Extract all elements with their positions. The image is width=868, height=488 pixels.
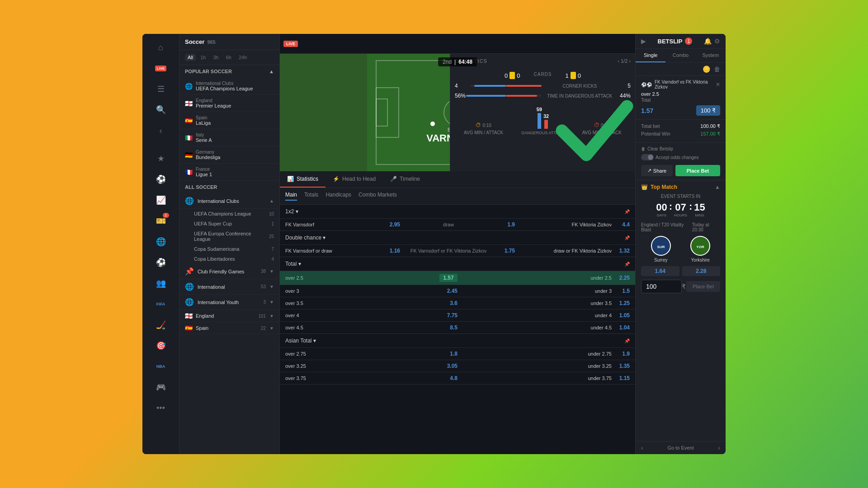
filter-24h[interactable]: 24h [236,54,250,61]
fifa-icon[interactable]: FIFA [152,295,170,313]
over45-odd[interactable]: 8.5 [439,324,458,331]
over4-odd[interactable]: 7.75 [439,312,458,319]
more-icon[interactable]: ••• [152,399,170,417]
popular-league-ligue1[interactable]: 🇫🇷 France Ligue 1 [179,164,279,181]
bet-group-asian-header[interactable]: Asian Total ▾ 📌 [280,334,635,347]
all-league-england[interactable]: 🏴󠁧󠁢󠁥󠁮󠁧󠁿 England 101 ▼ [179,310,279,322]
double1-odd[interactable]: 1.16 [382,248,400,254]
betslip-icon-1[interactable]: 🔔 [704,38,712,45]
under45-odd[interactable]: 1.04 [612,324,630,331]
filter-all[interactable]: All [185,54,196,61]
games-icon[interactable]: 🎮 [152,378,170,396]
favorites-icon[interactable]: ★ [152,150,170,168]
bet-amount-input[interactable] [641,280,682,293]
clear-betslip-btn[interactable]: 🗑 Clear Betslip [641,146,673,151]
play-icon[interactable]: ▶ [641,38,646,45]
bet-tab-main[interactable]: Main [285,192,297,201]
coupon-icon[interactable]: 🎫 2 [152,212,170,230]
surrey-odd[interactable]: 1.64 [641,266,679,276]
sub-champions-league[interactable]: UEFA Champions League 10 [179,209,279,219]
under25-odd[interactable]: 2.25 [612,275,630,281]
betslip-trash-icon[interactable]: 🗑 [714,66,720,73]
bet-mode-combo[interactable]: Combo [665,49,695,62]
asian-under325-odd[interactable]: 1.35 [612,363,630,369]
stats-page-nav[interactable]: ‹ 1/2 › [618,58,631,64]
asian-over375-odd[interactable]: 4.8 [439,375,458,381]
bet-group-total-header[interactable]: Total ▾ 📌 [280,257,635,271]
betslip-coin-icon[interactable]: 🪙 [703,66,710,73]
hockey-icon[interactable]: 🏒 [152,316,170,334]
accept-odds-toggle[interactable] [641,154,654,160]
place-bet-button[interactable]: Place Bet [675,165,720,176]
bet-row-asian275: over 2.75 1.8 under 2.75 1.9 [280,347,635,360]
tab-statistics[interactable]: 📊 Statistics [280,171,326,188]
sub-copa-sudamericana[interactable]: Copa Sudamericana 7 [179,244,279,254]
globe-icon[interactable]: 🌐 [152,233,170,251]
all-league-intl-clubs[interactable]: 🌐 International Clubs ▲ [179,193,279,209]
tab-head2head[interactable]: ⚡ Head to Head [326,171,383,188]
top-match-collapse-btn[interactable]: ▲ [715,184,720,190]
filter-6h[interactable]: 6h [223,54,234,61]
search-icon[interactable]: 🔍 [152,101,170,119]
next-event-arrow[interactable]: › [718,444,720,451]
all-league-international[interactable]: 🌐 International 53 ▼ [179,279,279,295]
popular-league-premier[interactable]: 🏴󠁧󠁢󠁥󠁮󠁧󠁿 England Premier League [179,95,279,112]
asian-under275-odd[interactable]: 1.9 [612,351,630,357]
collapse-icon[interactable]: ‹ [152,122,170,140]
bet-mode-system[interactable]: System [696,49,726,62]
go-to-event-link[interactable]: Go to Event [667,445,693,450]
people-icon[interactable]: 👥 [152,274,170,292]
double-mid-odd[interactable]: 1.75 [497,248,515,254]
all-league-spain[interactable]: 🇪🇸 Spain 22 ▼ [179,322,279,334]
all-league-intl-youth[interactable]: 🌐 International Youth 3 ▼ [179,295,279,310]
sub-copa-libertadores[interactable]: Copa Libertadores 4 [179,254,279,264]
match-timer: 2nd | 64:48 [438,57,477,66]
bet-tab-handicaps[interactable]: Handicaps [326,192,351,201]
team2-odd[interactable]: 4.4 [612,221,630,228]
betslip-icon-2[interactable]: ⚙ [714,38,720,45]
ball-icon[interactable]: ⚽ [152,253,170,272]
team1-odd[interactable]: 2.95 [382,221,400,228]
bet-tab-totals[interactable]: Totals [304,192,318,201]
asian-over275-odd[interactable]: 1.8 [439,351,458,357]
yorkshire-odd[interactable]: 2.28 [682,266,721,276]
popular-league-bundesliga[interactable]: 🇩🇪 Germany Bundesliga [179,146,279,164]
bet-tab-combo[interactable]: Combo Markets [359,192,397,201]
accept-odds-label: Accept odds changes [641,154,699,160]
target-icon[interactable]: 🎯 [152,337,170,355]
under3-odd[interactable]: 1.5 [612,288,630,294]
tab-timeline[interactable]: 🎤 Timeline [383,171,427,188]
filter-3h[interactable]: 3h [210,54,221,61]
under35-odd[interactable]: 1.25 [612,300,630,306]
sub-conference-league[interactable]: UEFA Europa Conference League 25 [179,229,279,244]
popular-league-laliga[interactable]: 🇪🇸 Spain LaLiga [179,112,279,129]
home-icon[interactable]: ⌂ [152,38,170,56]
sub-super-cup[interactable]: UEFA Super Cup 1 [179,219,279,229]
over25-odd[interactable]: 1.57 [439,274,457,282]
asian-under375-odd[interactable]: 1.15 [612,375,630,381]
under4-odd[interactable]: 1.05 [612,312,630,319]
draw-odd[interactable]: 1.9 [497,221,515,228]
popular-league-seriea[interactable]: 🇮🇹 Italy Serie A [179,129,279,146]
bet-group-double-header[interactable]: Double chance ▾ 📌 [280,231,635,244]
betslip-close-btn[interactable]: ✕ [716,81,720,88]
top-match-place-bet[interactable]: Place Bet [686,281,720,292]
graph-icon[interactable]: 📈 [152,191,170,209]
bet-mode-single[interactable]: Single [636,49,665,62]
over35-odd[interactable]: 3.6 [439,300,458,306]
basketball-icon[interactable]: NBA [152,357,170,375]
all-league-friendly[interactable]: 📌 Club Friendly Games 38 ▼ [179,264,279,279]
over3-odd[interactable]: 2.45 [439,288,458,294]
news-icon[interactable]: ☰ [152,80,170,98]
asian-over325-odd[interactable]: 3.05 [439,363,458,369]
prev-event-arrow[interactable]: ‹ [641,444,643,451]
betslip-stake-btn[interactable]: 100 ₹ [696,105,720,116]
bet-group-1x2-header[interactable]: 1x2 ▾ 📌 [280,205,635,218]
double2-odd[interactable]: 1.32 [612,248,630,254]
filter-1h[interactable]: 1h [198,54,208,61]
popular-league-champions[interactable]: 🌐 International Clubs UEFA Champions Lea… [179,78,279,95]
share-button[interactable]: ↗ Share [641,165,673,176]
live-badge[interactable]: LIVE [152,59,170,77]
surrey-logo: SUR [651,236,671,256]
soccer-icon[interactable]: ⚽ [152,170,170,188]
